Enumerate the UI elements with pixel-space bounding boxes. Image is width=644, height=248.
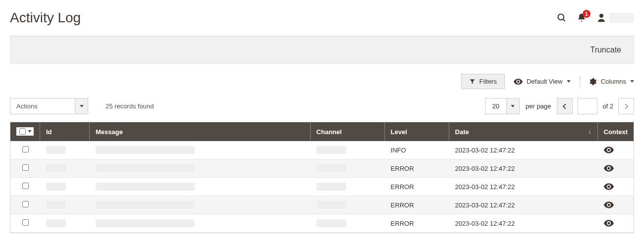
cell-channel	[311, 196, 385, 214]
truncate-bar: Truncate	[10, 36, 634, 64]
pager-of-label: of 2	[602, 102, 613, 110]
filters-button[interactable]: Filters	[461, 74, 505, 89]
pager-next-button[interactable]	[618, 98, 634, 114]
header-message[interactable]: Message	[90, 122, 311, 141]
context-view-button[interactable]	[598, 196, 634, 214]
cell-date: 2023-03-02 12:47:22	[449, 178, 598, 196]
table-row: ERROR2023-03-02 12:47:22	[10, 159, 634, 178]
records-found: 25 records found	[106, 102, 154, 110]
table-row: ERROR2023-03-02 12:47:22	[10, 214, 634, 233]
per-page-select[interactable]: 20	[485, 98, 520, 114]
chevron-down-icon	[567, 80, 571, 83]
notification-badge: 1	[583, 10, 590, 18]
notifications-icon[interactable]: 1	[577, 13, 587, 23]
eye-icon	[514, 78, 523, 85]
cell-message	[90, 214, 311, 233]
header-id[interactable]: Id	[40, 122, 90, 141]
gear-icon	[589, 78, 597, 86]
cell-level: ERROR	[385, 159, 449, 178]
user-name-placeholder	[609, 13, 634, 23]
filter-icon	[469, 78, 476, 85]
row-checkbox[interactable]	[22, 164, 29, 171]
filters-label: Filters	[480, 78, 497, 85]
header-level[interactable]: Level	[385, 122, 449, 141]
truncate-button[interactable]: Truncate	[590, 46, 621, 54]
cell-level: ERROR	[385, 196, 449, 214]
cell-channel	[311, 214, 385, 233]
default-view-label: Default View	[527, 78, 563, 85]
columns-button[interactable]: Columns	[589, 78, 634, 86]
chevron-down-icon	[28, 130, 32, 133]
header-date-label: Date	[455, 128, 469, 136]
cell-message	[90, 196, 311, 214]
chevron-down-icon	[506, 99, 519, 114]
pager-prev-button[interactable]	[557, 98, 573, 114]
activity-log-grid: Id Message Channel Level Date ↓ Context …	[10, 122, 634, 233]
row-checkbox[interactable]	[22, 219, 29, 226]
cell-date: 2023-03-02 12:47:22	[449, 196, 598, 214]
cell-id	[40, 178, 90, 196]
cell-level: ERROR	[385, 178, 449, 196]
page-input[interactable]	[578, 98, 597, 114]
cell-id	[40, 141, 90, 159]
cell-level: INFO	[385, 141, 449, 159]
table-row: ERROR2023-03-02 12:47:22	[10, 196, 634, 214]
cell-date: 2023-03-02 12:47:22	[449, 141, 598, 159]
context-view-button[interactable]	[598, 159, 634, 178]
chevron-left-icon	[562, 103, 567, 109]
header-context: Context	[598, 122, 634, 141]
actions-select[interactable]: Actions	[10, 98, 88, 114]
user-icon	[596, 13, 606, 23]
row-checkbox[interactable]	[22, 201, 29, 207]
cell-channel	[311, 141, 385, 159]
search-icon[interactable]	[557, 13, 567, 23]
cell-message	[90, 178, 311, 196]
table-row: ERROR2023-03-02 12:47:22	[10, 178, 634, 196]
cell-id	[40, 214, 90, 233]
cell-channel	[311, 178, 385, 196]
per-page-value: 20	[485, 99, 506, 114]
chevron-down-icon	[630, 80, 634, 83]
per-page-label: per page	[526, 102, 551, 110]
context-view-button[interactable]	[598, 214, 634, 233]
actions-label: Actions	[10, 99, 75, 114]
table-row: INFO2023-03-02 12:47:22	[10, 141, 634, 159]
cell-channel	[311, 159, 385, 178]
row-checkbox[interactable]	[22, 183, 29, 189]
cell-message	[90, 159, 311, 178]
svg-line-1	[563, 19, 565, 21]
svg-point-0	[558, 14, 564, 20]
default-view-button[interactable]: Default View	[514, 78, 571, 85]
context-view-button[interactable]	[598, 141, 634, 159]
page-title: Activity Log	[10, 10, 81, 26]
cell-id	[40, 159, 90, 178]
row-checkbox[interactable]	[22, 146, 29, 152]
context-view-button[interactable]	[598, 178, 634, 196]
columns-label: Columns	[601, 78, 626, 85]
header-date[interactable]: Date ↓	[449, 122, 598, 141]
chevron-right-icon	[624, 103, 629, 109]
header-checkbox[interactable]	[10, 122, 40, 141]
cell-level: ERROR	[385, 214, 449, 233]
header-actions: 1	[557, 13, 634, 23]
select-all-checkbox[interactable]	[19, 128, 26, 135]
cell-date: 2023-03-02 12:47:22	[449, 214, 598, 233]
header-channel[interactable]: Channel	[311, 122, 385, 141]
sort-desc-icon: ↓	[589, 128, 591, 135]
cell-date: 2023-03-02 12:47:22	[449, 159, 598, 178]
cell-id	[40, 196, 90, 214]
cell-message	[90, 141, 311, 159]
user-menu[interactable]	[596, 13, 634, 23]
chevron-down-icon	[75, 99, 88, 114]
